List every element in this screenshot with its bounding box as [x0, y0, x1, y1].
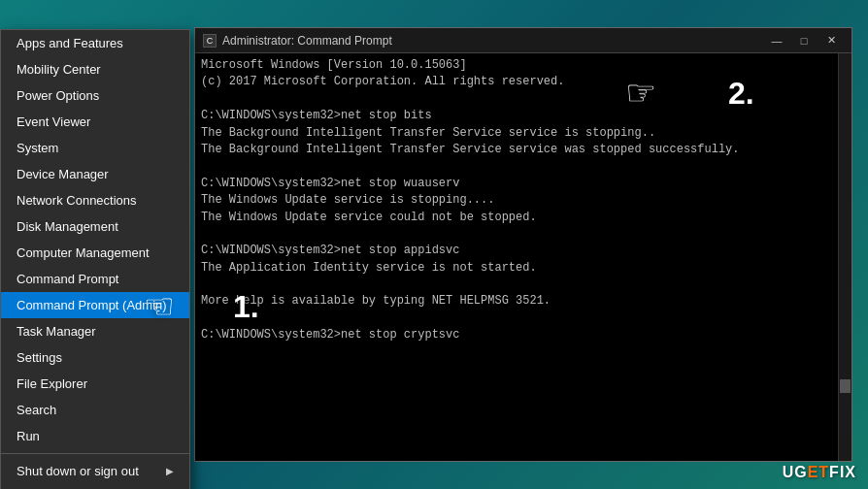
cmd-app-icon: C: [203, 34, 217, 48]
menu-item-device[interactable]: Device Manager: [1, 161, 189, 187]
cmd-content-area: Microsoft Windows [Version 10.0.15063] (…: [195, 53, 851, 461]
minimize-button[interactable]: —: [764, 32, 789, 49]
annotation-label-2: 2.: [728, 76, 754, 112]
cmd-scrollbar-thumb: [840, 379, 851, 393]
menu-item-apps[interactable]: Apps and Features: [1, 30, 189, 56]
cmd-controls: — □ ✕: [764, 32, 844, 49]
menu-item-network[interactable]: Network Connections: [1, 187, 189, 213]
menu-item-cmd[interactable]: Command Prompt: [1, 266, 189, 292]
ugetfix-logo: UGETFIX: [783, 464, 856, 481]
menu-item-run[interactable]: Run: [1, 423, 189, 449]
menu-item-search[interactable]: Search: [1, 397, 189, 423]
menu-item-mobility[interactable]: Mobility Center: [1, 56, 189, 82]
menu-item-settings[interactable]: Settings: [1, 344, 189, 371]
menu-item-computer-mgmt[interactable]: Computer Management: [1, 240, 189, 266]
cmd-titlebar: C Administrator: Command Prompt — □ ✕: [195, 28, 851, 53]
maximize-button[interactable]: □: [791, 32, 817, 49]
menu-item-disk[interactable]: Disk Management: [1, 213, 189, 240]
menu-item-file-explorer[interactable]: File Explorer: [1, 371, 189, 397]
menu-item-system[interactable]: System: [1, 135, 189, 161]
context-menu: Apps and Features Mobility Center Power …: [0, 29, 190, 489]
menu-divider: [1, 453, 189, 454]
annotation-label-1: 1.: [233, 289, 259, 325]
cmd-title-left: C Administrator: Command Prompt: [203, 34, 392, 48]
submenu-arrow-icon: ▶: [166, 466, 174, 476]
menu-item-task-manager[interactable]: Task Manager: [1, 318, 189, 344]
menu-item-desktop[interactable]: Desktop: [1, 484, 189, 489]
cmd-title-text: Administrator: Command Prompt: [222, 34, 392, 48]
menu-item-shutdown[interactable]: Shut down or sign out ▶: [1, 458, 189, 484]
menu-item-event[interactable]: Event Viewer: [1, 109, 189, 135]
menu-item-cmd-admin[interactable]: Command Prompt (Admin): [1, 292, 189, 318]
cmd-scrollbar[interactable]: [838, 53, 851, 461]
close-button[interactable]: ✕: [818, 32, 844, 49]
menu-item-power[interactable]: Power Options: [1, 82, 189, 109]
